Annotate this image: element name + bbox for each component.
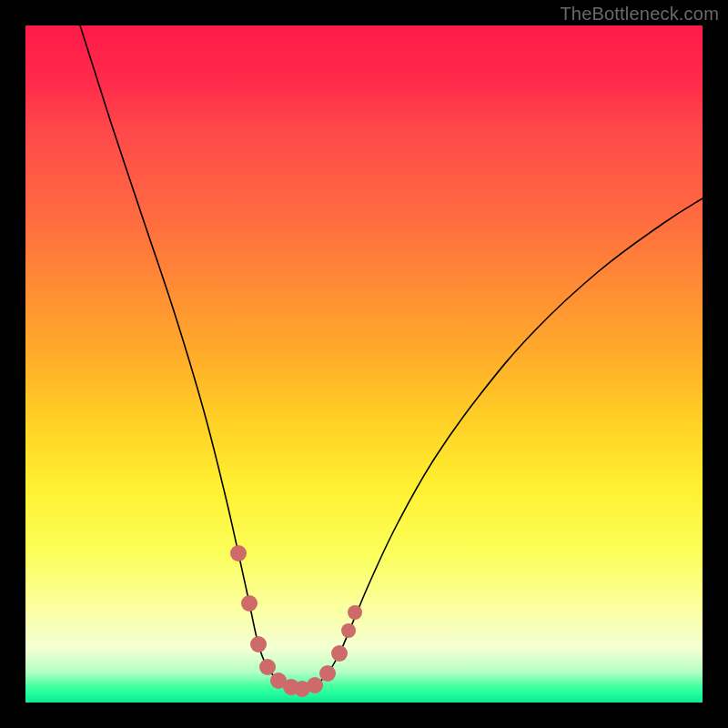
marker-point (348, 605, 362, 620)
marker-point (250, 636, 267, 652)
marker-point (307, 677, 323, 693)
marker-group (230, 545, 362, 697)
marker-point (331, 645, 348, 662)
marker-point (259, 659, 276, 675)
bottleneck-curve (80, 25, 703, 689)
marker-point (241, 595, 258, 612)
marker-point (230, 545, 247, 561)
marker-point (341, 623, 356, 638)
chart-frame (25, 25, 703, 703)
marker-point (319, 665, 336, 682)
watermark-text: TheBottleneck.com (560, 4, 719, 25)
chart-svg (25, 25, 703, 703)
